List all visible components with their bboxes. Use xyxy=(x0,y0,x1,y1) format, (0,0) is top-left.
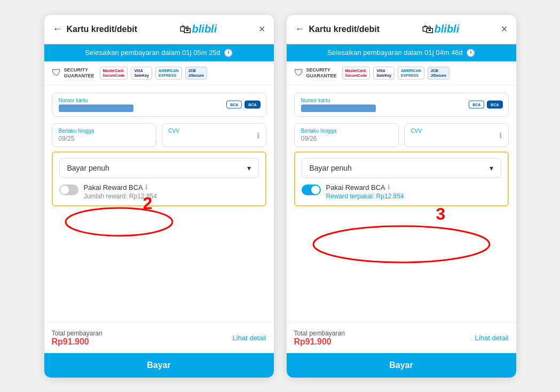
right-bank-icons: BCA BCA xyxy=(469,101,502,109)
right-reward-row: Pakai Reward BCA ℹ Reward terpakai: Rp12… xyxy=(302,183,501,200)
right-blibli-logo: 🛍 blibli xyxy=(422,22,460,36)
left-cvv-info-icon[interactable]: ℹ xyxy=(257,131,259,140)
left-bca-outline-badge: BCA xyxy=(226,101,242,109)
left-visa-badge: VISASafeKey xyxy=(131,67,152,79)
right-back-button[interactable]: ← xyxy=(295,23,305,35)
right-nomor-kartu-group[interactable]: Nomor kartu BCA BCA xyxy=(294,93,509,117)
left-reward-row: Pakai Reward BCA ℹ Jumlah reward: Rp12.8… xyxy=(59,183,259,200)
left-total-label: Total pembayaran xyxy=(52,330,102,337)
left-amex-badge: AMERICANEXPRESS xyxy=(155,67,182,79)
left-back-button[interactable]: ← xyxy=(53,23,62,35)
right-bayar-dropdown[interactable]: Bayar penuh ▾ xyxy=(302,158,501,178)
left-card-header: ← Kartu kredit/debit 🛍 blibli × xyxy=(44,15,274,44)
left-security-left: 🛡 SECURITYGUARANTEE xyxy=(52,67,94,79)
left-berlaku-group[interactable]: Berlaku hingga 09/25 xyxy=(52,123,156,147)
right-security-text: SECURITYGUARANTEE xyxy=(306,67,337,79)
left-clock-icon: 🕐 xyxy=(224,49,233,57)
left-close-button[interactable]: × xyxy=(259,23,265,35)
left-phone-card: ← Kartu kredit/debit 🛍 blibli × Selesaik… xyxy=(44,15,274,378)
right-header-left: ← Kartu kredit/debit xyxy=(295,23,380,35)
right-logo-text: blibli xyxy=(435,23,460,35)
left-bank-icons: BCA BCA xyxy=(226,101,260,109)
right-berlaku-label: Berlaku hingga xyxy=(301,128,392,134)
right-mastercard-badge: MasterCard.SecureCode xyxy=(342,67,370,79)
left-chevron-down-icon: ▾ xyxy=(247,164,251,172)
right-phone-card: ← Kartu kredit/debit 🛍 blibli × Selesaik… xyxy=(287,15,516,378)
right-total-label: Total pembayaran xyxy=(294,330,345,337)
left-reward-info-icon[interactable]: ℹ xyxy=(145,183,148,191)
left-shield-icon: 🛡 xyxy=(52,67,61,78)
right-security-left: 🛡 SECURITYGUARANTEE xyxy=(294,67,337,79)
left-timer-text: Selesaikan pembayaran dalam 01j 05m 25d xyxy=(85,49,220,57)
left-row-inputs: Berlaku hingga 09/25 CVV ℹ xyxy=(52,123,266,147)
left-mastercard-badge: MasterCard.SecureCode xyxy=(100,67,128,79)
left-nomor-kartu-value xyxy=(59,105,133,112)
right-visa-badge: VISASafeKey xyxy=(373,67,395,79)
left-toggle-knob xyxy=(60,186,69,194)
right-amex-badge: AMERICANEXPRESS xyxy=(398,67,424,79)
right-berlaku-value: 09/26 xyxy=(301,135,392,142)
right-page-title: Kartu kredit/debit xyxy=(309,25,380,34)
right-clock-icon: 🕐 xyxy=(466,49,475,57)
right-highlight-box: Bayar penuh ▾ Pakai Reward BCA ℹ Reward … xyxy=(294,151,509,206)
left-timer-banner: Selesaikan pembayaran dalam 01j 05m 25d … xyxy=(44,44,274,61)
left-form-area: Nomor kartu BCA BCA Berlaku hingga 09/25… xyxy=(44,85,274,151)
right-reward-title: Pakai Reward BCA ℹ xyxy=(326,183,501,191)
left-bca-solid-badge: BCA xyxy=(244,101,260,109)
left-card-wrapper: ← Kartu kredit/debit 🛍 blibli × Selesaik… xyxy=(44,15,274,378)
left-badge-row: MasterCard.SecureCode VISASafeKey AMERIC… xyxy=(100,67,207,79)
left-reward-info: Pakai Reward BCA ℹ Jumlah reward: Rp12.8… xyxy=(84,183,259,200)
right-badge-row: MasterCard.SecureCode VISASafeKey AMERIC… xyxy=(342,67,449,79)
right-toggle-knob xyxy=(311,186,320,194)
right-cvv-info-icon[interactable]: ℹ xyxy=(499,131,502,140)
right-berlaku-group[interactable]: Berlaku hingga 09/26 xyxy=(294,123,399,147)
left-nomor-kartu-group[interactable]: Nomor kartu BCA BCA xyxy=(52,93,266,117)
right-security-row: 🛡 SECURITYGUARANTEE MasterCard.SecureCod… xyxy=(287,61,516,85)
right-timer-text: Selesaikan pembayaran dalam 01j 04m 46d xyxy=(327,49,463,57)
left-logo-text: blibli xyxy=(192,23,217,35)
left-reward-title: Pakai Reward BCA ℹ xyxy=(84,183,259,191)
right-total-row: Total pembayaran Rp91.900 Lihat detail xyxy=(287,323,516,353)
left-total-amount: Rp91.900 xyxy=(52,337,102,347)
right-chevron-down-icon: ▾ xyxy=(490,164,493,172)
left-total-left: Total pembayaran Rp91.900 xyxy=(52,330,102,347)
left-security-row: 🛡 SECURITYGUARANTEE MasterCard.SecureCod… xyxy=(44,61,274,85)
left-total-row: Total pembayaran Rp91.900 Lihat detail xyxy=(44,323,274,353)
left-blibli-logo: 🛍 blibli xyxy=(179,22,217,36)
right-reward-info: Pakai Reward BCA ℹ Reward terpakai: Rp12… xyxy=(326,183,501,200)
left-cvv-group[interactable]: CVV ℹ xyxy=(162,123,266,147)
left-berlaku-label: Berlaku hingga xyxy=(59,128,149,134)
left-page-title: Kartu kredit/debit xyxy=(67,25,137,34)
right-total-left: Total pembayaran Rp91.900 xyxy=(294,330,345,347)
right-reward-label-text: Pakai Reward BCA xyxy=(326,183,385,191)
right-row-inputs: Berlaku hingga 09/26 CVV ℹ xyxy=(294,123,509,147)
left-bayar-dropdown[interactable]: Bayar penuh ▾ xyxy=(59,158,259,178)
right-shield-icon: 🛡 xyxy=(294,67,304,78)
left-pay-button[interactable]: Bayar xyxy=(44,353,274,378)
right-card-wrapper: ← Kartu kredit/debit 🛍 blibli × Selesaik… xyxy=(287,15,516,378)
right-reward-info-icon[interactable]: ℹ xyxy=(388,183,390,191)
left-berlaku-value: 09/25 xyxy=(59,135,149,142)
right-lihat-detail-link[interactable]: Lihat detail xyxy=(475,334,509,342)
left-bayar-label: Bayar penuh xyxy=(67,164,109,172)
left-reward-toggle[interactable] xyxy=(59,185,78,195)
left-reward-label-text: Pakai Reward BCA xyxy=(84,183,143,191)
left-header-left: ← Kartu kredit/debit xyxy=(53,23,137,35)
left-logo-bag-icon: 🛍 xyxy=(179,22,191,36)
right-card-header: ← Kartu kredit/debit 🛍 blibli × xyxy=(287,15,516,44)
right-cvv-group[interactable]: CVV ℹ xyxy=(404,123,509,147)
left-reward-sub: Jumlah reward: Rp12.854 xyxy=(84,193,259,200)
right-reward-toggle[interactable] xyxy=(302,185,321,195)
left-lihat-detail-link[interactable]: Lihat detail xyxy=(233,334,266,342)
right-cvv-label: CVV xyxy=(411,128,422,134)
right-logo-bag-icon: 🛍 xyxy=(422,22,433,36)
left-cvv-label: CVV xyxy=(169,128,180,134)
right-close-button[interactable]: × xyxy=(501,23,508,35)
left-security-text: SECURITYGUARANTEE xyxy=(64,67,94,79)
right-bca-solid-badge: BCA xyxy=(487,101,502,109)
right-jcb-badge: JCBJ/Secure xyxy=(428,67,449,79)
left-jcb-badge: JCBJ/Secure xyxy=(185,67,207,79)
left-highlight-box: Bayar penuh ▾ Pakai Reward BCA ℹ Jumlah … xyxy=(52,151,266,206)
right-pay-button[interactable]: Bayar xyxy=(287,353,516,378)
right-reward-applied: Reward terpakai: Rp12.854 xyxy=(326,193,501,200)
